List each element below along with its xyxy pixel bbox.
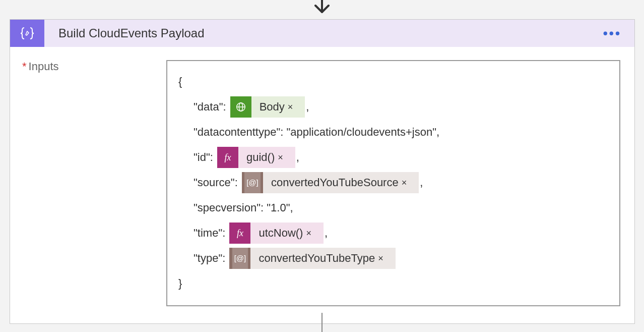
token-utcnow[interactable]: fx utcNow() × <box>229 223 324 244</box>
token-body[interactable]: Body × <box>230 96 305 118</box>
json-text: , <box>306 94 309 120</box>
json-text: "id": <box>194 145 216 170</box>
token-remove-button[interactable]: × <box>285 94 299 120</box>
token-label: convertedYouTubeType <box>259 246 375 271</box>
token-label: convertedYouTubeSource <box>271 170 399 195</box>
json-text: "datacontenttype": "application/cloudeve… <box>194 120 439 145</box>
fx-icon: fx <box>217 147 238 168</box>
json-text: "source": <box>194 170 241 195</box>
card-body: *Inputs { "data": Body × , "datacon <box>10 47 634 323</box>
action-card: Build CloudEvents Payload ••• *Inputs { … <box>10 19 635 324</box>
required-mark: * <box>22 60 27 73</box>
json-text: "specversion": "1.0", <box>194 195 293 220</box>
token-remove-button[interactable]: × <box>399 170 413 195</box>
inputs-editor[interactable]: { "data": Body × , "datacontenttype": "a… <box>166 60 620 306</box>
json-text: "time": <box>194 220 228 246</box>
fx-icon: fx <box>229 223 250 244</box>
token-source[interactable]: [@] convertedYouTubeSource × <box>242 172 419 193</box>
token-remove-button[interactable]: × <box>303 220 317 246</box>
inputs-label: *Inputs <box>22 60 166 306</box>
token-type[interactable]: [@] convertedYouTubeType × <box>229 248 395 269</box>
globe-icon <box>230 96 251 118</box>
compose-icon <box>10 20 44 47</box>
json-text: , <box>325 220 328 246</box>
json-text: "data": <box>194 94 229 120</box>
token-remove-button[interactable]: × <box>375 246 390 271</box>
connector-line <box>321 313 323 332</box>
json-text: { <box>178 69 182 94</box>
token-label: guid() <box>246 145 275 170</box>
parameter-icon: [@] <box>229 248 250 269</box>
json-text: } <box>178 271 182 296</box>
token-remove-button[interactable]: × <box>275 145 289 170</box>
token-label: utcNow() <box>259 220 303 246</box>
json-text: "type": <box>194 246 228 271</box>
parameter-icon: [@] <box>242 172 263 193</box>
token-guid[interactable]: fx guid() × <box>217 147 295 168</box>
arrow-down-icon <box>311 0 333 18</box>
json-text: , <box>420 170 423 195</box>
token-label: Body <box>260 94 285 120</box>
card-title: Build CloudEvents Payload <box>44 26 590 40</box>
json-text: , <box>296 145 299 170</box>
card-header[interactable]: Build CloudEvents Payload ••• <box>10 20 634 47</box>
